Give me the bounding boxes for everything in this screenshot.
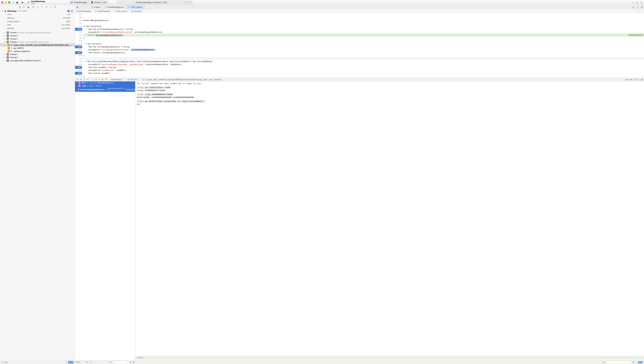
thread-row[interactable]: ▸com.apple.uikit.eventfetch-thread (7) — [0, 59, 75, 62]
code-line[interactable]: iosLogInfo("keychainKeypairData=%@, regI… — [83, 63, 644, 66]
code-line[interactable]: iosLogInfo("allocatedSignalKeyStore=%@",… — [83, 31, 644, 34]
line-number[interactable]: 391 — [75, 19, 82, 22]
breakpoints-toggle-button[interactable]: ⏵ — [80, 78, 82, 80]
disclosure-triangle-icon[interactable]: ▸ — [4, 32, 6, 34]
code-line[interactable]: - ("kw">id)init{ — [83, 42, 644, 45]
disclosure-triangle-icon[interactable]: ▸ — [4, 60, 6, 62]
hide-debug-area-button[interactable]: ▭ — [76, 78, 78, 81]
library-button[interactable]: ▢ — [636, 1, 638, 4]
disclosure-triangle-icon[interactable]: ▸ — [76, 85, 77, 86]
disclosure-triangle-icon[interactable]: ▸ — [4, 35, 6, 36]
code-line[interactable]: - ("kw">int)saveToKeychainIdentityKeypai… — [83, 60, 644, 63]
line-number[interactable]: 393 — [75, 25, 82, 28]
code-line[interactable]: } — [83, 75, 644, 78]
step-out-button[interactable]: ↑ — [93, 78, 94, 80]
line-number[interactable]: 406 — [75, 63, 82, 66]
console-filter-input[interactable] — [600, 361, 631, 364]
thread-filter-segmented[interactable]: ☰≡≣ — [65, 361, 74, 364]
line-number[interactable]: 389 — [75, 13, 82, 16]
issue-navigator-icon[interactable]: ⚠ — [37, 6, 39, 8]
debug-view-hierarchy-button[interactable]: ⧈ — [96, 78, 96, 81]
code-line[interactable]: "kw">return saveRet; — [83, 72, 644, 75]
stack-frame-row[interactable]: 9 _pthread_wqthread — [0, 50, 75, 53]
variable-row[interactable]: ▸Aself = (Class) WASignalKeyStore — [75, 82, 135, 84]
minimap-toggle-button[interactable]: ▤ — [641, 78, 642, 81]
scheme-project[interactable]: HookWhatsApp main — [31, 0, 45, 4]
add-button[interactable]: ＋ — [632, 1, 634, 4]
lldb-console[interactable]: The "write" command has been loaded and … — [136, 82, 644, 360]
variables-projection-icon[interactable]: ▮ — [133, 361, 134, 363]
code-line[interactable]: %hook WASignalKeyStore — [83, 19, 644, 22]
line-number[interactable]: 401 — [75, 48, 82, 51]
disclosure-triangle-icon[interactable]: ▼ — [2, 10, 4, 12]
disclosure-triangle-icon[interactable]: ▸ — [4, 54, 6, 55]
line-number-gutter[interactable]: 3893903913923933943953963973983994004014… — [75, 13, 83, 78]
breakpoint-marker[interactable]: 409 — [75, 72, 82, 75]
next-counterpart-button[interactable]: 〉 — [641, 10, 642, 12]
line-number[interactable]: 403 — [75, 54, 82, 57]
step-over-button[interactable]: ↷ — [87, 78, 88, 81]
close-window-button[interactable] — [2, 2, 4, 4]
project-navigator-icon[interactable]: ▤ — [19, 6, 21, 8]
step-into-button[interactable]: ↓ — [90, 78, 91, 80]
breakpoint-marker[interactable]: 400 — [75, 45, 82, 48]
gauge-row[interactable]: ▫Memory36.6 MB — [0, 16, 75, 20]
line-number[interactable]: 405 — [75, 60, 82, 63]
process-info-badge[interactable]: i — [67, 10, 70, 12]
stack-frame-row[interactable]: 1 sub_6307F8 — [0, 46, 75, 50]
report-navigator-icon[interactable]: ☰ — [54, 6, 56, 8]
breakpoint-marker[interactable]: 394 — [75, 28, 82, 31]
toggle-navigator-button[interactable]: ▢ — [13, 1, 14, 4]
disclosure-triangle-icon[interactable]: ▸ — [76, 82, 77, 84]
code-line[interactable]: "kw">return initedSignalKeyStore; — [83, 51, 644, 54]
variables-filter-input[interactable] — [107, 361, 128, 364]
process-row[interactable]: ▼ ▮ WhatsApp PID 15800 i ⦿ — [0, 9, 75, 13]
quicklook-button[interactable]: 👁 — [86, 361, 88, 363]
editor-tab[interactable]: ⚙control — [89, 5, 102, 9]
line-number[interactable]: 410 — [75, 75, 82, 78]
line-number[interactable]: 395 — [75, 31, 82, 34]
run-button[interactable]: ▶ — [22, 1, 24, 4]
disclosure-triangle-icon[interactable]: ▼ — [4, 41, 6, 43]
debug-thread-selector[interactable]: ◉Thread 4 — [128, 78, 138, 81]
process-settings-badge[interactable]: ⦿ — [71, 10, 73, 12]
code-line[interactable]: } — [83, 36, 644, 40]
gauge-row[interactable]: ▫CPU0% — [0, 13, 75, 16]
gauge-row[interactable]: ▫NetworkZero KB/s — [0, 26, 75, 30]
scheme-selector[interactable]: 🏛 HookWhatsApp 〉 📱 iPhone7_1331 — [69, 0, 108, 4]
filter-scope-icon[interactable]: ⊡ — [1, 361, 2, 363]
editor-options-button[interactable]: ≡ — [636, 6, 640, 8]
line-number[interactable]: 408 — [75, 69, 82, 72]
info-button[interactable]: ⓘ — [90, 361, 92, 364]
code-line[interactable]: "kw">int saveRet = %orig; — [83, 66, 644, 69]
breakpoint-navigator-icon[interactable]: ▭ — [50, 6, 52, 8]
variables-scope-selector[interactable]: Auto ⌄ — [76, 361, 82, 363]
code-line[interactable]: +("kw">id)alloc{ — [83, 25, 644, 28]
debug-frame-selector[interactable]: ▮0 _logos_meta_method$_ungrouped$WASigna… — [143, 78, 222, 81]
gauge-row[interactable]: ▫Energy ImpactHigh — [0, 20, 75, 23]
jump-bar[interactable]: ▮HookWhatsApp 〉 ▮HookWhatsApp 〉 mhook_re… — [75, 9, 644, 13]
disclosure-triangle-icon[interactable]: ▸ — [4, 38, 6, 40]
code-line[interactable]: iosLogInfo("saveRet=%d", saveRet); — [83, 69, 644, 72]
clear-console-button[interactable]: 🗑 — [632, 361, 634, 363]
toggle-inspector-button[interactable]: ▢ — [640, 1, 642, 4]
code-line[interactable] — [83, 40, 644, 42]
thread-row[interactable]: ▸Thread 2 — [0, 34, 75, 37]
line-number[interactable]: 404 — [75, 57, 82, 60]
disclosure-triangle-icon[interactable]: ▸ — [76, 89, 77, 90]
related-items-button[interactable]: ▦ — [75, 6, 80, 8]
disclosure-triangle-icon[interactable]: ▸ — [4, 56, 6, 58]
variable-row[interactable]: ▸A_cmd = (SEL) "alloc" — [75, 84, 135, 87]
line-number[interactable]: 397 — [75, 36, 82, 40]
thread-row[interactable]: ▼Thread 4 Queue: net.whatsapp.crypto (se… — [0, 40, 75, 44]
continue-button[interactable]: ⤓ — [84, 78, 85, 81]
thread-row[interactable]: ▸Thread 5 — [0, 53, 75, 56]
bookmark-navigator-icon[interactable]: 🔖 — [27, 6, 30, 8]
activity-status[interactable]: Paused WhatsApp on iPhone7_1331 ⚠ 9 ⟳ — [117, 0, 193, 4]
code-line[interactable]: "kw">id initedSignalKeyStore = %orig; — [83, 45, 644, 48]
editor-tab[interactable]: mHookWhatsApp.xm — [102, 5, 126, 9]
code-line[interactable]: return allocatedSignalKeyStore;Thread 4:… — [83, 34, 644, 36]
variables-view[interactable]: ▸Aself = (Class) WASignalKeyStore▸A_cmd … — [75, 82, 136, 360]
code-line[interactable]: iosLogInfo("initedSignalKeyStore=%@", in… — [83, 48, 644, 51]
zoom-window-button[interactable] — [8, 2, 10, 4]
